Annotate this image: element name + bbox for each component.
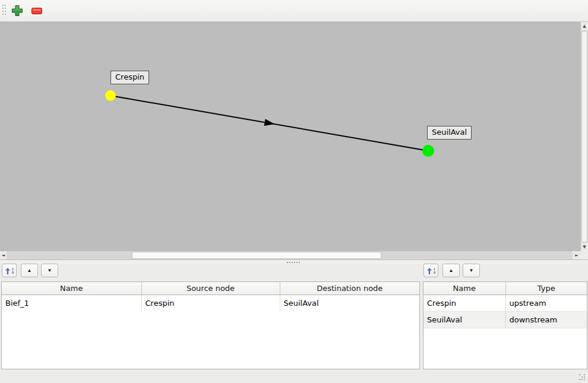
sort-ascending-icon: 1 9 <box>5 267 14 275</box>
scrollbar-corner <box>581 251 588 259</box>
table-cell[interactable]: Crespin <box>423 295 505 311</box>
move-down-icon: ▼ <box>48 268 52 273</box>
node-move-up-button[interactable]: ▲ <box>442 264 460 277</box>
add-button[interactable] <box>10 4 25 19</box>
horizontal-scroll-thumb[interactable] <box>132 252 381 259</box>
scroll-down-icon[interactable]: ▼ <box>581 243 588 251</box>
table-cell[interactable]: SeuilAval <box>280 295 419 311</box>
status-bar <box>0 370 588 383</box>
application-window: CrespinSeuilAval ▲ ▼ ◄ ► 1 9 ▲ ▼ <box>0 0 588 383</box>
resize-grip-icon[interactable] <box>579 374 586 381</box>
header-row: NameType <box>423 282 587 295</box>
header-row: NameSource nodeDestination node <box>2 282 419 295</box>
network-canvas[interactable]: CrespinSeuilAval <box>0 22 581 251</box>
remove-icon <box>31 7 42 16</box>
move-up-icon: ▲ <box>449 268 454 273</box>
sort-ascending-icon: 1 9 <box>426 267 435 275</box>
column-header[interactable]: Name <box>423 282 505 295</box>
sort-digit-9: 9 <box>434 271 435 274</box>
add-icon <box>11 5 23 18</box>
table-row[interactable]: Crespinupstream <box>423 295 587 311</box>
scroll-left-icon[interactable]: ◄ <box>0 251 7 259</box>
sort-digit-9: 9 <box>12 271 14 274</box>
edge-direction-arrow-icon <box>264 119 276 128</box>
column-header[interactable]: Name <box>2 282 141 295</box>
node-label[interactable]: SeuilAval <box>427 126 472 140</box>
reach-table-panel: NameSource nodeDestination nodeBief_1Cre… <box>1 281 420 369</box>
reach-table: NameSource nodeDestination nodeBief_1Cre… <box>2 282 419 311</box>
remove-button[interactable] <box>29 4 45 19</box>
node-sort-button[interactable]: 1 9 <box>423 264 438 277</box>
canvas-horizontal-scrollbar[interactable]: ◄ ► <box>0 251 581 259</box>
node-table: NameTypeCrespinupstreamSeuilAvaldownstre… <box>423 282 587 328</box>
move-down-icon: ▼ <box>469 268 474 273</box>
column-header[interactable]: Type <box>505 282 587 295</box>
table-cell[interactable]: Bief_1 <box>2 295 141 311</box>
node-label[interactable]: Crespin <box>110 71 149 84</box>
table-cell[interactable]: upstream <box>505 295 587 311</box>
network-node[interactable] <box>422 145 434 157</box>
main-toolbar <box>0 0 588 22</box>
scroll-right-icon[interactable]: ► <box>573 251 581 259</box>
table-row[interactable]: Bief_1CrespinSeuilAval <box>2 295 419 311</box>
column-header[interactable]: Source node <box>141 282 280 295</box>
table-row[interactable]: SeuilAvaldownstream <box>423 311 587 328</box>
toolbar-drag-handle[interactable] <box>2 5 7 17</box>
reach-sort-button[interactable]: 1 9 <box>2 264 17 277</box>
scroll-up-icon[interactable]: ▲ <box>581 22 588 30</box>
reach-move-down-button[interactable]: ▼ <box>41 264 58 277</box>
column-header[interactable]: Destination node <box>280 282 419 295</box>
table-cell[interactable]: downstream <box>505 311 587 328</box>
move-up-icon: ▲ <box>27 268 32 273</box>
canvas-vertical-scrollbar[interactable]: ▲ ▼ <box>581 22 588 251</box>
table-cell[interactable]: SeuilAval <box>423 311 505 328</box>
vertical-scroll-thumb[interactable] <box>581 31 587 242</box>
node-move-down-button[interactable]: ▼ <box>463 264 480 277</box>
reach-move-up-button[interactable]: ▲ <box>21 264 38 277</box>
table-cell[interactable]: Crespin <box>141 295 280 311</box>
panel-splitter[interactable] <box>0 259 588 264</box>
node-table-panel: NameTypeCrespinupstreamSeuilAvaldownstre… <box>423 281 587 369</box>
network-node[interactable] <box>105 90 116 101</box>
